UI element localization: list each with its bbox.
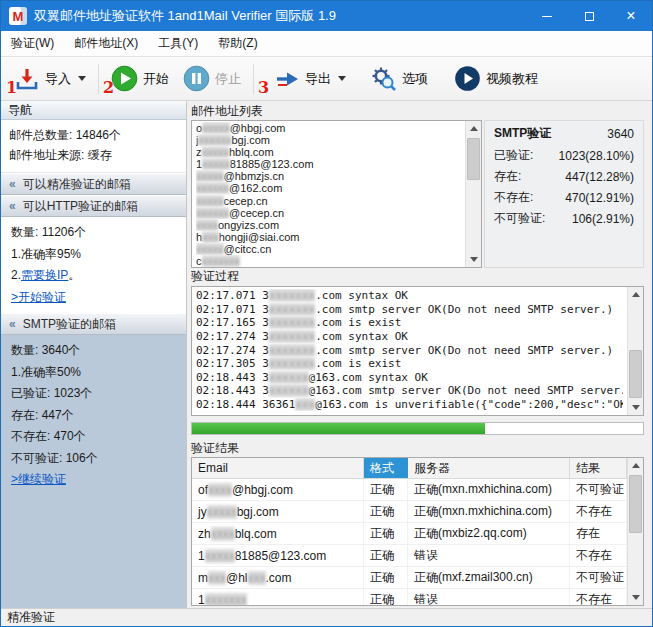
stats-row: 不可验证: 106(2.91%): [494, 208, 634, 229]
email-list-item[interactable]: xxxxongyizs.com: [196, 219, 465, 231]
column-header-result[interactable]: 结果: [570, 458, 627, 478]
column-header-server[interactable]: 服务器: [408, 458, 570, 478]
scrollbar-thumb[interactable]: [629, 475, 642, 533]
result-email: mxxx@hlxxx.com: [192, 567, 364, 588]
scroll-up-icon[interactable]: [632, 463, 640, 468]
result-server: 正确(mxf.zmail300.cn): [408, 567, 570, 588]
menu-item[interactable]: 验证(W): [1, 31, 64, 56]
stop-button[interactable]: 停止: [176, 60, 248, 98]
result-row[interactable]: jyxxxxxbgj.com 正确 正确(mxn.mxhichina.com) …: [192, 501, 627, 523]
scroll-down-icon[interactable]: [632, 405, 640, 410]
continue-verify-link[interactable]: >继续验证: [11, 472, 66, 486]
minimize-button[interactable]: [526, 1, 568, 31]
import-button[interactable]: 1 导入: [7, 60, 93, 98]
stats-row: 存在: 447(12.28%): [494, 166, 634, 187]
email-list-item[interactable]: oxxxxx@hbgj.com: [196, 122, 465, 134]
column-header-email[interactable]: Email: [192, 458, 364, 478]
log-redacted: xxxxxx: [269, 384, 309, 397]
options-label: 选项: [402, 70, 428, 88]
options-button[interactable]: 选项: [363, 60, 435, 98]
scroll-up-icon[interactable]: [632, 292, 640, 297]
menu-item[interactable]: 帮助(Z): [208, 31, 267, 56]
log-line: 02:18.443 3xxxxxx@163.com smtp server OK…: [196, 384, 623, 398]
result-row[interactable]: zhxxxxblq.com 正确 正确(mxbiz2.qq.com) 存在: [192, 523, 627, 545]
http-ip-line: 2.需要换IP。: [11, 265, 176, 287]
email-list-item[interactable]: zxxxxxhblq.com: [196, 146, 465, 158]
email-list[interactable]: oxxxxx@hbgj.comjxxxxxxbgj.comzxxxxxhblq.…: [191, 120, 482, 268]
start-verify-link[interactable]: >开始验证: [11, 290, 66, 304]
email-list-item[interactable]: cxxxxxxx: [196, 255, 465, 267]
result-format: 正确: [364, 589, 408, 605]
close-button[interactable]: ×: [610, 1, 652, 31]
result-row[interactable]: 1xxxxxxx 正确 错误 不存在: [192, 589, 627, 605]
smtp-unverifiable: 不可验证: 106个: [11, 448, 176, 470]
scrollbar-thumb[interactable]: [629, 350, 642, 398]
toolbar: 1 导入 2 开始 停止: [1, 57, 652, 101]
http-accuracy: 1.准确率95%: [11, 244, 176, 266]
result-row[interactable]: ofxxxx@hbgj.com 正确 正确(mxn.mxhichina.com)…: [192, 479, 627, 501]
export-dropdown-icon[interactable]: [338, 76, 346, 81]
maximize-button[interactable]: [568, 1, 610, 31]
menu-item[interactable]: 工具(Y): [148, 31, 208, 56]
result-status: 不可验证: [570, 567, 627, 588]
email-visible-suffix: @citcc.cn: [224, 243, 272, 255]
export-button[interactable]: 3 导出: [267, 60, 353, 98]
start-button[interactable]: 2 开始: [104, 60, 176, 98]
section-smtp-label: SMTP验证的邮箱: [23, 316, 116, 333]
email-redacted: xxxx: [196, 219, 218, 231]
stats-value: 1023(28.10%): [559, 149, 634, 163]
step-badge-2: 2: [103, 78, 114, 97]
export-icon: [274, 66, 300, 92]
email-list-item[interactable]: jxxxxxxbgj.com: [196, 134, 465, 146]
log-visible-prefix: 02:18.443 3: [196, 371, 269, 384]
column-header-format[interactable]: 格式: [364, 458, 408, 478]
result-server: 正确(mxn.mxhichina.com): [408, 479, 570, 500]
email-visible-suffix: blq.com: [235, 527, 277, 541]
log-redacted: xxxxxxx: [269, 316, 315, 329]
section-smtp-verify[interactable]: « SMTP验证的邮箱: [1, 313, 186, 335]
email-list-item[interactable]: xxxxx@citcc.cn: [196, 243, 465, 255]
import-dropdown-icon[interactable]: [78, 76, 86, 81]
smtp-stats-total: 3640: [607, 127, 634, 141]
start-icon: [111, 65, 138, 92]
email-list-item[interactable]: hxxxhongji@siai.com: [196, 231, 465, 243]
app-window: M 双翼邮件地址验证软件 1and1Mail Verifier 国际版 1.9 …: [0, 0, 653, 627]
change-ip-link[interactable]: 需要换IP: [21, 268, 68, 282]
toolbar-separator: [253, 64, 254, 94]
smtp-exist: 存在: 447个: [11, 405, 176, 427]
stats-row: 不存在: 470(12.91%): [494, 187, 634, 208]
email-list-item[interactable]: xxxxx@hbmzjs.cn: [196, 170, 465, 182]
log-visible-prefix: 02:17.071 3: [196, 289, 269, 302]
email-list-item[interactable]: xxxxxx@cecep.cn: [196, 207, 465, 219]
result-row[interactable]: 1xxxxx81885@123.com 正确 错误 不存在: [192, 545, 627, 567]
scroll-down-icon[interactable]: [632, 595, 640, 600]
result-server: 错误: [408, 545, 570, 566]
email-list-scrollbar[interactable]: [465, 121, 481, 267]
title-bar: M 双翼邮件地址验证软件 1and1Mail Verifier 国际版 1.9 …: [1, 1, 652, 31]
section-precise-verify[interactable]: « 可以精准验证的邮箱: [1, 173, 186, 195]
email-list-item[interactable]: xxxxxx@162.com: [196, 182, 465, 194]
email-visible-middle: @hl: [226, 571, 248, 585]
video-tutorial-button[interactable]: 视频教程: [447, 60, 545, 98]
result-row[interactable]: mxxx@hlxxx.com 正确 正确(mxf.zmail300.cn) 不可…: [192, 567, 627, 589]
email-redacted: xxx: [202, 231, 219, 243]
verification-log[interactable]: 02:17.071 3xxxxxxx.com syntax OK02:17.07…: [191, 286, 644, 416]
log-scrollbar[interactable]: [627, 287, 643, 415]
scroll-down-icon[interactable]: [470, 257, 478, 262]
section-http-verify[interactable]: « 可以HTTP验证的邮箱: [1, 195, 186, 217]
scroll-up-icon[interactable]: [470, 126, 478, 131]
email-redacted: xxxxxx: [196, 207, 229, 219]
scrollbar-thumb[interactable]: [467, 138, 480, 180]
log-line: 02:17.274 3xxxxxxx.com syntax OK: [196, 330, 623, 344]
results-scrollbar[interactable]: [627, 458, 643, 605]
result-format: 正确: [364, 479, 408, 500]
step-badge-1: 1: [6, 78, 17, 97]
email-list-item[interactable]: xxxxxcecep.cn: [196, 195, 465, 207]
email-list-item[interactable]: 1xxxxx81885@123.com: [196, 158, 465, 170]
log-visible-suffix: .com smtp server OK(Do not need SMTP ser…: [315, 303, 613, 316]
menu-item[interactable]: 邮件地址(X): [64, 31, 148, 56]
window-controls: ×: [526, 1, 652, 31]
smtp-not-exist: 不存在: 470个: [11, 426, 176, 448]
email-visible-suffix: @hbmzjs.cn: [224, 170, 285, 182]
email-visible-suffix: bgj.com: [231, 134, 270, 146]
